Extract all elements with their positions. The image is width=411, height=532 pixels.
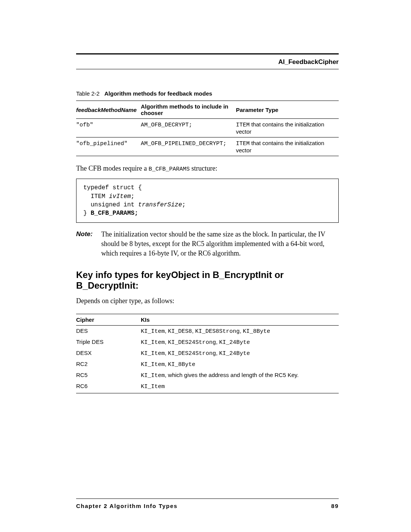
table1-caption-prefix: Table 2-2 (76, 90, 100, 97)
table1-header-col2: Algorithm methods to include in chooser (141, 101, 236, 119)
feedback-method: AM_OFB_DECRYPT; (141, 122, 192, 128)
feedback-param: ITEM that contains the initialization ve… (236, 137, 339, 156)
feedback-param: ITEM that contains the initialization ve… (236, 119, 339, 137)
table1-header-col1: feedbackMethodName (76, 101, 141, 119)
table-row: DESXKI_Item, KI_DES24Strong, KI_24Byte (76, 348, 339, 359)
table-row: RC6KI_Item (76, 381, 339, 393)
table1-caption: Table 2-2 Algorithm methods for feedback… (76, 90, 339, 97)
kis-cell: KI_Item, KI_DES8, KI_DES8Strong, KI_8Byt… (141, 325, 339, 337)
table-row: Triple DESKI_Item, KI_DES24Strong, KI_24… (76, 337, 339, 348)
feedback-name: "ofb" (76, 122, 93, 128)
table1-caption-title: Algorithm methods for feedback modes (104, 90, 212, 97)
kis-cell: KI_Item, KI_DES24Strong, KI_24Byte (141, 348, 339, 359)
cipher-cell: DES (76, 325, 141, 337)
ki-table-header-col2: KIs (141, 314, 339, 325)
cipher-cell: RC2 (76, 359, 141, 370)
table-row: "ofb_pipelined" AM_OFB_PIPELINED_DECRYPT… (76, 137, 339, 156)
kis-cell: KI_Item, KI_8Byte (141, 359, 339, 370)
footer-right: 89 (331, 503, 339, 509)
kis-cell: KI_Item (141, 381, 339, 393)
note-block: Note: The initialization vector should b… (76, 230, 339, 259)
footer-left: Chapter 2 Algorithm Info Types (76, 503, 178, 509)
cipher-cell: DESX (76, 348, 141, 359)
ki-table-header-col1: Cipher (76, 314, 141, 325)
cfb-para: The CFB modes require a B_CFB_PARAMS str… (76, 164, 339, 173)
header-rule (76, 69, 339, 69)
header-title: AI_FeedbackCipher (76, 58, 339, 69)
table-row: "ofb" AM_OFB_DECRYPT; ITEM that contains… (76, 119, 339, 137)
ki-table: Cipher KIs DESKI_Item, KI_DES8, KI_DES8S… (76, 314, 339, 393)
feedback-table: feedbackMethodName Algorithm methods to … (76, 101, 339, 156)
kis-cell: KI_Item, KI_DES24Strong, KI_24Byte (141, 337, 339, 348)
table1-header-col3: Parameter Type (236, 101, 339, 119)
table-row: RC2KI_Item, KI_8Byte (76, 359, 339, 370)
cipher-cell: RC6 (76, 381, 141, 393)
feedback-name: "ofb_pipelined" (76, 141, 127, 147)
code-block: typedef struct { ITEM ivItem; unsigned i… (76, 179, 339, 223)
note-text: The initialization vector should be the … (101, 230, 339, 259)
section-heading: Key info types for keyObject in B_Encryp… (76, 270, 339, 291)
feedback-method: AM_OFB_PIPELINED_DECRYPT; (141, 141, 226, 147)
note-label: Note: (76, 230, 94, 259)
table-row: RC5KI_Item, which gives the address and … (76, 370, 339, 381)
page-footer: Chapter 2 Algorithm Info Types 89 (76, 498, 339, 509)
page-content: AI_FeedbackCipher Table 2-2 Algorithm me… (0, 0, 411, 412)
depends-para: Depends on cipher type, as follows: (76, 296, 339, 306)
table-row: DESKI_Item, KI_DES8, KI_DES8Strong, KI_8… (76, 325, 339, 337)
kis-cell: KI_Item, which gives the address and len… (141, 370, 339, 381)
cipher-cell: Triple DES (76, 337, 141, 348)
top-rule (76, 53, 339, 54)
cipher-cell: RC5 (76, 370, 141, 381)
